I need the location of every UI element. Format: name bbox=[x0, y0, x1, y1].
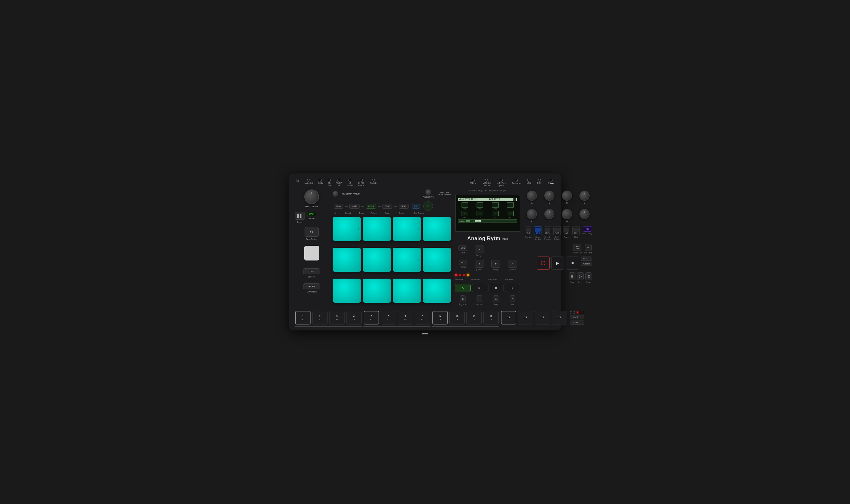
main-volume-knob[interactable] bbox=[304, 190, 319, 204]
bpm-display: BPM:127.0 bbox=[489, 198, 500, 201]
seq-btn-3[interactable]: 3 RS bbox=[329, 311, 345, 324]
src-button[interactable]: SRC bbox=[534, 226, 541, 235]
btn-d[interactable]: D bbox=[505, 284, 520, 292]
knob-e[interactable] bbox=[527, 209, 537, 219]
smpl-button[interactable]: SMPL bbox=[544, 226, 551, 235]
amp-button[interactable]: AMP bbox=[563, 226, 570, 235]
white-pad[interactable] bbox=[304, 246, 319, 260]
pad-6[interactable] bbox=[363, 248, 391, 272]
pad-8[interactable] bbox=[423, 248, 451, 272]
lfo-section: LFO LFO bbox=[572, 226, 580, 240]
seq-btn-8[interactable]: 8 HT bbox=[415, 311, 430, 324]
pad-9[interactable] bbox=[333, 217, 361, 241]
yes-button[interactable]: YES bbox=[458, 246, 467, 251]
mute-button[interactable]: OPER bbox=[307, 212, 316, 216]
trk-button[interactable]: TRK bbox=[303, 268, 320, 274]
edit-song-icon: ≡ bbox=[587, 246, 589, 249]
knob-f[interactable] bbox=[544, 209, 554, 219]
chrd-button[interactable]: CHRD bbox=[366, 204, 376, 209]
track-level-knob[interactable] bbox=[426, 190, 431, 195]
btn-f[interactable]: F bbox=[476, 295, 482, 302]
scene-button[interactable]: SCNE bbox=[382, 204, 392, 209]
pad-12[interactable] bbox=[423, 217, 451, 241]
knob-a[interactable] bbox=[527, 191, 537, 201]
paste-button[interactable]: ⊡ bbox=[585, 272, 592, 280]
lfo-button[interactable]: LFO bbox=[572, 226, 580, 235]
knob-d-label: D bbox=[584, 202, 585, 204]
new-chain-button[interactable]: ⛓ bbox=[573, 244, 582, 251]
seq-btn-14[interactable]: 14 bbox=[518, 311, 533, 324]
trig-button[interactable]: TRIG bbox=[525, 226, 532, 235]
quick-perf-knob[interactable] bbox=[333, 191, 338, 197]
utime-minus-button[interactable]: ＜ bbox=[475, 260, 484, 268]
clear-button[interactable]: ▷ bbox=[577, 272, 584, 280]
seq-btn-12[interactable]: 12 CB bbox=[483, 311, 499, 324]
param-fdb: ⌒ FDB bbox=[488, 202, 502, 210]
main-volume-section: Main Volume bbox=[295, 190, 329, 208]
seq-btn-5[interactable]: 5 BT bbox=[364, 311, 379, 324]
pad-3[interactable] bbox=[393, 278, 421, 303]
knob-b[interactable] bbox=[544, 191, 554, 201]
pad-1[interactable] bbox=[333, 278, 361, 303]
seq-btn-4[interactable]: 4 CP bbox=[346, 311, 362, 324]
seq-btn-10[interactable]: 10 OH bbox=[449, 311, 465, 324]
save-project-button[interactable]: ⚙ bbox=[305, 227, 319, 237]
utime-plus-button[interactable]: ＞ bbox=[508, 260, 517, 268]
page-led-1 bbox=[577, 311, 578, 313]
edit-song-button[interactable]: ≡ bbox=[585, 244, 592, 251]
led-sequential bbox=[455, 274, 457, 276]
seq-btn-6[interactable]: 6 LT bbox=[381, 311, 396, 324]
btn-h[interactable]: H bbox=[510, 295, 516, 302]
btn-e[interactable]: E bbox=[460, 295, 466, 302]
cue-fill-button[interactable]: Cue Fill bbox=[581, 262, 592, 266]
seq-btn-9[interactable]: 9 CH bbox=[432, 311, 448, 324]
no-button[interactable]: NO bbox=[459, 260, 467, 265]
seq-btn-1[interactable]: 1 BD bbox=[295, 311, 311, 324]
mute-transport-button[interactable]: MUTE bbox=[349, 204, 360, 209]
seq-btn-7[interactable]: 7 MT bbox=[398, 311, 413, 324]
fx-button[interactable]: FX bbox=[583, 226, 592, 232]
param-wid: ✕ WID bbox=[473, 202, 487, 210]
knob-d[interactable] bbox=[579, 191, 590, 201]
record-button[interactable] bbox=[537, 256, 550, 270]
left-panel: Main Volume ▋▋ Direct OPER MUTE ⚙ bbox=[295, 190, 329, 308]
knob-c[interactable] bbox=[562, 191, 572, 201]
pad-5[interactable] bbox=[333, 248, 361, 272]
btn-b[interactable]: B bbox=[472, 284, 487, 292]
direct-button[interactable]: ▋▋ bbox=[295, 212, 305, 220]
fill-button[interactable]: FILL bbox=[581, 256, 592, 261]
pad-7[interactable] bbox=[393, 248, 421, 272]
tap-tempo-button[interactable]: ⟳ bbox=[423, 201, 433, 211]
knob-g[interactable] bbox=[562, 209, 572, 219]
pad-2[interactable] bbox=[363, 278, 391, 303]
page-button[interactable]: PAGE bbox=[570, 315, 584, 319]
pad-11[interactable] bbox=[393, 217, 421, 241]
param-vol: △ VOL bbox=[503, 211, 518, 218]
btn-a[interactable]: A bbox=[455, 284, 471, 292]
btn-c[interactable]: C bbox=[488, 284, 504, 292]
retrig-minus-button[interactable]: ∨ bbox=[491, 260, 500, 268]
seq-btn-13[interactable]: 13 bbox=[501, 311, 516, 324]
perf-button[interactable]: PERF bbox=[399, 204, 409, 209]
rtrg-button[interactable]: RTRG bbox=[303, 284, 320, 289]
param-tim: ~ TIM bbox=[458, 202, 472, 210]
stop-button[interactable]: ■ bbox=[566, 256, 579, 270]
fltr-button[interactable]: FLTR bbox=[553, 226, 561, 235]
fix-button[interactable]: FIX bbox=[412, 204, 420, 209]
btn-g[interactable]: G bbox=[493, 295, 499, 302]
seq-btn-16[interactable]: 16 bbox=[552, 311, 567, 324]
copy-button[interactable]: ⊞ bbox=[569, 272, 575, 280]
pad-4[interactable] bbox=[423, 278, 451, 303]
scale-button[interactable]: Scale bbox=[570, 321, 584, 325]
seq-btn-11[interactable]: 11 CY bbox=[466, 311, 482, 324]
pad-10[interactable] bbox=[363, 217, 391, 241]
seq-btn-15[interactable]: 15 bbox=[535, 311, 550, 324]
pad-7-wrapper: 7 MT bbox=[393, 248, 421, 272]
play-button[interactable]: PLAY bbox=[334, 204, 343, 209]
param-hpf: ⌒ HPF bbox=[458, 211, 472, 218]
midi-in-port: MIDI In bbox=[470, 179, 476, 187]
seq-btn-2[interactable]: 2 SD bbox=[312, 311, 328, 324]
knob-h[interactable] bbox=[579, 209, 590, 219]
retrig-plus-button[interactable]: ∧ bbox=[475, 246, 484, 253]
play-transport-button[interactable]: ▶ bbox=[551, 256, 565, 270]
